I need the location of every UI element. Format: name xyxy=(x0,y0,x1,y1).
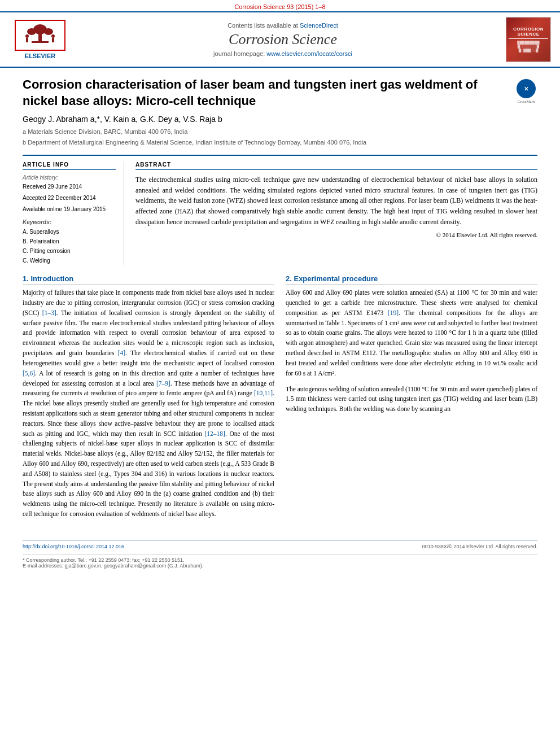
journal-center: Contents lists available at ScienceDirec… xyxy=(71,22,495,57)
section2-paragraph1: Alloy 600 and Alloy 690 plates were solu… xyxy=(286,288,537,378)
svg-rect-8 xyxy=(52,38,54,42)
ref-4: [4] xyxy=(118,350,125,356)
affiliation-b: b Department of Metallurgical Engineerin… xyxy=(23,138,537,147)
article-info-heading: ARTICLE INFO xyxy=(23,161,116,170)
body-content: 1. Introduction Majority of failures tha… xyxy=(23,274,537,525)
elsevier-logo: ELSEVIER xyxy=(9,20,71,59)
sciencedirect-prefix: Contents lists available at xyxy=(228,22,298,29)
issn-text: 0010-938X/© 2014 Elsevier Ltd. All right… xyxy=(422,544,537,549)
citation-text: Corrosion Science 93 (2015) 1–8 xyxy=(234,3,325,10)
doi-link[interactable]: http://dx.doi.org/10.1016/j.corsci.2014.… xyxy=(23,544,124,549)
main-content: Corrosion characterisation of laser beam… xyxy=(0,68,560,534)
available-date: Available online 19 January 2015 xyxy=(23,206,116,213)
journal-cover-area: CORROSION SCIENCE ▓▓▓▓▓▓▓▓▓▓░░░░░░░▓▓░▓▓… xyxy=(495,17,551,62)
received-date: Received 29 June 2014 xyxy=(23,183,116,191)
history-label: Article history: xyxy=(23,174,116,181)
svg-point-1 xyxy=(27,28,36,35)
article-info: ARTICLE INFO Article history: Received 2… xyxy=(23,161,124,265)
footnote-section: * Corresponding author. Tel.: +91 22 255… xyxy=(23,554,537,569)
cover-title: CORROSION xyxy=(513,27,544,32)
body-left-column: 1. Introduction Majority of failures tha… xyxy=(23,274,274,525)
accepted-date: Accepted 22 December 2014 xyxy=(23,194,116,202)
crossmark: ✕ CrossMark xyxy=(515,79,537,104)
section2-paragraph2: The autogenous welding of solution annea… xyxy=(286,385,537,414)
keyword-2: B. Polarisation xyxy=(23,237,116,246)
keywords-label: Keywords: xyxy=(23,219,116,225)
svg-rect-3 xyxy=(38,34,42,42)
svg-rect-6 xyxy=(26,38,28,42)
info-abstract-section: ARTICLE INFO Article history: Received 2… xyxy=(23,155,537,265)
section1-number: 1. xyxy=(23,274,30,283)
cover-subtitle: SCIENCE xyxy=(517,32,539,37)
elsevier-brand: ELSEVIER xyxy=(25,53,55,59)
keywords-section: Keywords: A. Superalloys B. Polarisation… xyxy=(23,219,116,265)
journal-citation: Corrosion Science 93 (2015) 1–8 xyxy=(0,0,560,12)
keywords-list: A. Superalloys B. Polarisation C. Pittin… xyxy=(23,227,116,265)
affiliation-a: a Materials Science Division, BARC, Mumb… xyxy=(23,127,537,137)
keyword-4: C. Welding xyxy=(23,256,116,265)
crossmark-text: CrossMark xyxy=(517,99,535,104)
journal-header: ELSEVIER Contents lists available at Sci… xyxy=(0,12,560,68)
homepage-url[interactable]: www.elsevier.com/locate/corsci xyxy=(266,50,352,57)
page-footer: http://dx.doi.org/10.1016/j.corsci.2014.… xyxy=(23,540,537,569)
crossmark-badge: ✕ xyxy=(517,79,536,98)
affiliations: a Materials Science Division, BARC, Mumb… xyxy=(23,127,537,147)
section1-paragraph1: Majority of failures that take place in … xyxy=(23,288,274,519)
footer-links: http://dx.doi.org/10.1016/j.corsci.2014.… xyxy=(23,544,537,549)
section1-heading: 1. Introduction xyxy=(23,274,274,285)
section2-heading: 2. Experimental procedure xyxy=(286,274,537,285)
footnote-email: E-mail addresses: gja@barc.gov.in, geogy… xyxy=(23,563,537,569)
ref-19: [19] xyxy=(388,309,399,316)
homepage-label: journal homepage: xyxy=(213,50,265,57)
journal-homepage: journal homepage: www.elsevier.com/locat… xyxy=(71,50,495,57)
abstract-section: ABSTRACT The electrochemical studies usi… xyxy=(135,161,537,265)
section2-title: Experimental procedure xyxy=(294,274,378,283)
ref-10-11: [10,11] xyxy=(254,390,273,396)
ref-7-9: [7–9] xyxy=(156,380,170,387)
svg-point-7 xyxy=(51,34,55,38)
footnote-corresponding: * Corresponding author. Tel.: +91 22 255… xyxy=(23,557,537,563)
svg-point-5 xyxy=(25,34,29,38)
journal-cover-image: CORROSION SCIENCE ▓▓▓▓▓▓▓▓▓▓░░░░░░░▓▓░▓▓… xyxy=(506,17,551,62)
sciencedirect-info: Contents lists available at ScienceDirec… xyxy=(71,22,495,29)
authors-text: Geogy J. Abraham a,*, V. Kain a, G.K. De… xyxy=(23,115,222,124)
section1-title: Introduction xyxy=(30,274,73,283)
body-right-column: 2. Experimental procedure Alloy 600 and … xyxy=(286,274,537,525)
section2-number: 2. xyxy=(286,274,294,283)
journal-title: Corrosion Science xyxy=(71,31,495,48)
keyword-1: A. Superalloys xyxy=(23,227,116,237)
abstract-text: The electrochemical studies using micro-… xyxy=(135,174,537,227)
ref-12-18: [12–18] xyxy=(205,430,225,437)
abstract-heading: ABSTRACT xyxy=(135,161,537,170)
abstract-copyright: © 2014 Elsevier Ltd. All rights reserved… xyxy=(135,231,537,238)
sciencedirect-link[interactable]: ScienceDirect xyxy=(300,22,338,29)
elsevier-logo-box xyxy=(15,20,65,51)
authors: Geogy J. Abraham a,*, V. Kain a, G.K. De… xyxy=(23,115,537,124)
article-title-section: Corrosion characterisation of laser beam… xyxy=(23,77,537,109)
cover-decoration: ▓▓▓▓▓▓▓▓▓▓░░░░░░░▓▓░▓▓▓░░▓ xyxy=(517,41,539,53)
ref-5-6: [5,6] xyxy=(23,370,35,377)
ref-1-3: [1–3] xyxy=(42,309,56,316)
article-title: Corrosion characterisation of laser beam… xyxy=(23,77,509,109)
svg-point-2 xyxy=(44,28,53,35)
keyword-3: C. Pitting corrosion xyxy=(23,246,116,256)
svg-rect-4 xyxy=(32,41,49,43)
elsevier-tree-icon xyxy=(20,23,60,48)
